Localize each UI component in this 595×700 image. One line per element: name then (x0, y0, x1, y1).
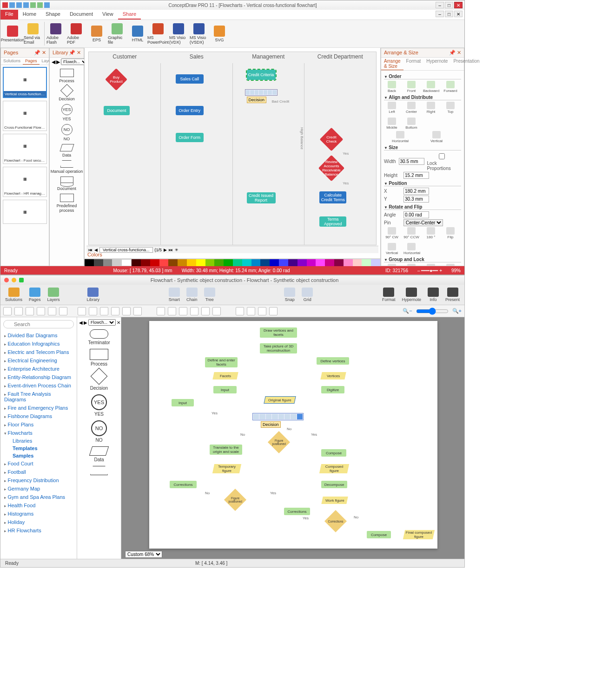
inner-maximize[interactable]: □ (445, 11, 453, 17)
n-vertices[interactable]: Vertices (320, 372, 346, 379)
sect-position[interactable]: Position (384, 181, 461, 186)
btn-visio-vsdx[interactable]: MS Visio (VSDX) (190, 22, 208, 46)
btn-edit-group[interactable]: Edit Group (423, 264, 439, 266)
n-figpos2[interactable]: Figure positioned (224, 489, 246, 511)
panel-pin-icon[interactable]: 📌 ✕ (34, 50, 46, 56)
sidebar-subitem[interactable]: Templates (0, 445, 77, 452)
btn-lock[interactable]: Lock (443, 264, 458, 266)
tool-ellipse-icon[interactable] (37, 307, 45, 315)
tab-shape[interactable]: Shape (41, 10, 65, 20)
sidebar-subitem[interactable]: Libraries (0, 437, 77, 445)
tb-format[interactable]: Format (382, 288, 396, 302)
sidebar-item[interactable]: Enterprise Architecture (0, 365, 77, 373)
lib2-data[interactable]: Data (77, 446, 121, 462)
btn-adobe-flash[interactable]: Adobe Flash (46, 22, 65, 46)
tb-layers[interactable]: Layers (47, 288, 60, 302)
lib-close-icon[interactable]: ✕ (117, 320, 120, 325)
page-thumb[interactable]: ▦Flowchart - Food security ... (3, 134, 47, 164)
smart-toolbar[interactable] (245, 89, 278, 96)
btn-html[interactable]: HTML (128, 22, 147, 46)
tb-chain[interactable]: Chain (186, 288, 198, 302)
status-zoom-slider[interactable]: – ━━━●━━ + (417, 268, 442, 273)
btn-send-email[interactable]: Send via Email (24, 22, 42, 46)
tool-smart-icon[interactable] (133, 307, 142, 315)
n-pic[interactable]: Take picture of 3D reconstruction (260, 343, 297, 353)
input-height[interactable] (403, 172, 429, 179)
qat-icon[interactable] (30, 2, 36, 8)
btn-order-back[interactable]: Back (384, 81, 400, 93)
btn-order-backward[interactable]: Backward (423, 81, 439, 93)
qat-icon[interactable] (44, 2, 50, 8)
n-digitize[interactable]: Digitize (321, 386, 344, 393)
sect-group[interactable]: Group and Lock (384, 257, 461, 262)
sidebar-item[interactable]: Gym and Spa Area Plans (0, 493, 77, 501)
tb-present[interactable]: Present (445, 288, 460, 302)
inner-minimize[interactable]: – (436, 11, 444, 17)
lib2-terminator[interactable]: Terminator (77, 329, 121, 345)
qat-icon[interactable] (23, 2, 29, 8)
btn-rot-180[interactable]: 180 ° (423, 227, 439, 239)
btn-order-front[interactable]: Front (403, 81, 419, 93)
pages-tab-solutions[interactable]: Solutions (1, 58, 23, 65)
node-credit-check[interactable]: Credit Check (320, 128, 344, 151)
btn-group[interactable]: Group (384, 264, 400, 266)
btn-distribute-vertical[interactable]: Vertical (420, 131, 453, 143)
sidebar-item[interactable]: Floor Plans (0, 420, 77, 429)
tb-snap[interactable]: Snap (284, 288, 295, 302)
btn-presentation[interactable]: Presentation (3, 22, 22, 46)
node-document[interactable]: Document (104, 106, 130, 115)
n-compose2[interactable]: Compose (367, 531, 391, 538)
tool-undo-icon[interactable] (157, 307, 165, 315)
btn-svg[interactable]: SVG (210, 22, 229, 46)
tool-eyedrop-icon[interactable] (269, 307, 278, 315)
lib-shape-no[interactable]: NONO (50, 124, 84, 141)
tool-spline-icon[interactable] (100, 307, 108, 315)
btn-align-right[interactable]: Right (423, 102, 439, 114)
lib-shape-document[interactable]: Document (50, 177, 84, 191)
sidebar-item[interactable]: Germany Map (0, 484, 77, 493)
lib-shape-decision[interactable]: Decision (50, 86, 84, 101)
lib-shape-process[interactable]: Process (50, 69, 84, 83)
sect-rotate[interactable]: Rotate and Flip (384, 204, 461, 210)
btn-flip-vertical[interactable]: Vertical (384, 243, 400, 255)
tab-share[interactable]: Share (118, 10, 141, 20)
node-calc[interactable]: Calculate Credit Terms (319, 191, 346, 203)
n-temp[interactable]: Temporary figure (212, 464, 241, 473)
n-original-figure[interactable]: Original figure (264, 396, 296, 404)
n-input1[interactable]: Input (213, 386, 237, 393)
lib2-trap[interactable] (77, 466, 121, 475)
lib-fwd-icon[interactable]: ▶ (84, 320, 87, 325)
sect-size[interactable]: Size (384, 145, 461, 150)
btn-align-left[interactable]: Left (384, 102, 400, 114)
sidebar-item[interactable]: Football (0, 468, 77, 476)
drawing-page[interactable]: Customer Sales Management Credit Departm… (88, 52, 377, 245)
btn-align-middle[interactable]: Middle (384, 118, 400, 130)
lib2-decision[interactable]: Decision (77, 370, 121, 391)
arr-tab-as[interactable]: Arrange & Size (381, 58, 403, 70)
node-order-entry[interactable]: Order Entry (176, 106, 204, 115)
sidebar-item[interactable]: Fire and Emergency Plans (0, 404, 77, 412)
n-compfig[interactable]: Composed figure (319, 464, 349, 473)
close-button[interactable]: ✕ (454, 2, 463, 8)
sidebar-item[interactable]: Fishbone Diagrams (0, 412, 77, 420)
inner-close[interactable]: ✕ (454, 11, 463, 17)
node-review[interactable]: Review Accounts Receivable Balance (318, 155, 345, 182)
panel-pin-icon[interactable]: 📌 ✕ (69, 50, 81, 56)
sidebar-item[interactable]: Flowcharts (0, 429, 77, 437)
lib-nav-fwd-icon[interactable]: ▶ (56, 59, 60, 65)
tool-rect-icon[interactable] (26, 307, 34, 315)
page-thumb[interactable]: ▦Cross-Functional Flowcha... (3, 101, 47, 131)
tb-smart[interactable]: Smart (169, 288, 180, 302)
tb-tree[interactable]: Tree (204, 288, 215, 302)
n-deffac[interactable]: Define and enter facets (205, 357, 238, 367)
n-decompose[interactable]: Decompose (321, 481, 347, 488)
mac-page[interactable]: Draw vertices and facets Take picture of… (149, 321, 437, 549)
tool-lock-icon[interactable] (201, 307, 210, 315)
lib-selector[interactable]: Flowch... (88, 319, 116, 326)
arr-tab-presentation[interactable]: Presentation (450, 58, 482, 70)
mac-close-button[interactable] (4, 278, 9, 282)
tool-pointer-icon[interactable] (3, 307, 12, 315)
lib-shape-yes[interactable]: YESYES (50, 104, 84, 121)
node-credit-report[interactable]: Credit Issued Report (247, 192, 276, 203)
n-compose1[interactable]: Compose (321, 449, 346, 457)
